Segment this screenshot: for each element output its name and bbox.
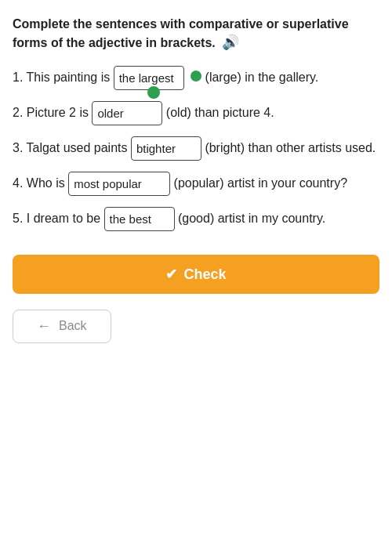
sentence-5-before: 5. I dream to be (13, 211, 100, 224)
audio-icon[interactable]: 🔊 (222, 33, 239, 53)
check-icon: ✔ (165, 266, 177, 282)
sentence-4-answer[interactable]: most popular (68, 172, 170, 196)
sentence-4: 4. Who is most popular (popular) artist … (13, 172, 379, 196)
back-button-label: Back (59, 319, 87, 333)
back-arrow-icon: ← (37, 318, 51, 335)
sentences-container: 1. This painting is the largest (large) … (13, 66, 379, 231)
sentence-2: 2. Picture 2 is older (old) than picture… (13, 101, 379, 125)
sentence-2-answer[interactable]: older (92, 101, 162, 125)
sentence-3: 3. Talgat used paints btighter (bright) … (13, 136, 379, 161)
sentence-5-after: (good) artist in my country. (178, 211, 325, 224)
sentence-3-before: 3. Talgat used paints (13, 140, 127, 154)
instructions-text: Complete the sentences with comparative … (13, 17, 349, 49)
dot-1 (191, 71, 201, 82)
instructions: Complete the sentences with comparative … (13, 16, 379, 53)
check-button[interactable]: ✔Check (13, 255, 379, 294)
sentence-5-answer[interactable]: the best (104, 207, 175, 231)
sentence-1: 1. This painting is the largest (large) … (13, 66, 379, 90)
sentence-2-before: 2. Picture 2 is (13, 105, 89, 118)
sentence-2-after: (old) than picture 4. (166, 105, 274, 118)
sentence-1-answer[interactable]: the largest (114, 66, 184, 90)
sentence-4-before: 4. Who is (13, 176, 65, 189)
sentence-5: 5. I dream to be the best (good) artist … (13, 207, 379, 231)
sentence-3-answer[interactable]: btighter (131, 136, 201, 161)
check-button-label: Check (183, 266, 226, 282)
sentence-3-after: (bright) than other artists used. (205, 140, 376, 154)
sentence-1-after: (large) in the gallery. (205, 70, 319, 83)
back-button[interactable]: ← Back (13, 310, 111, 343)
sentence-1-before: 1. This painting is (13, 70, 110, 83)
sentence-4-after: (popular) artist in your country? (174, 176, 347, 189)
